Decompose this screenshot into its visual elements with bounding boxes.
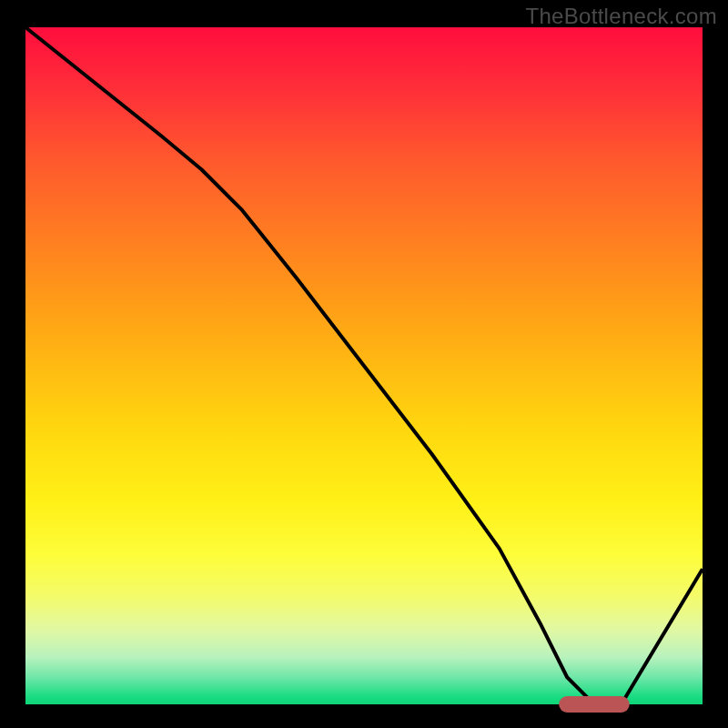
plot-area (25, 27, 703, 704)
chart-svg (25, 27, 703, 704)
watermark-text: TheBottleneck.com (525, 4, 717, 29)
chart-frame: TheBottleneck.com (0, 0, 728, 728)
bottleneck-curve (25, 27, 703, 704)
